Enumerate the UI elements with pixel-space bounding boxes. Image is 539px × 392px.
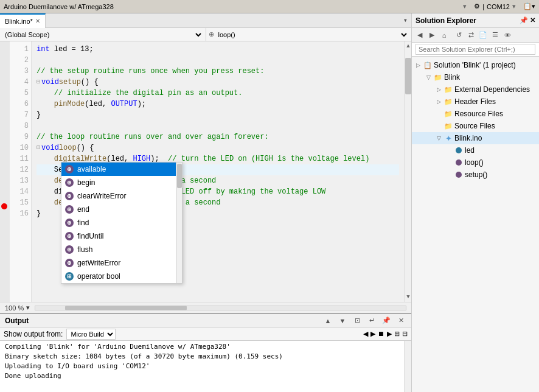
blink-ino-arrow: ▽ [435, 135, 442, 142]
se-item-header-files[interactable]: ▷ 📁 Header Files [412, 96, 539, 108]
autocomplete-item-available[interactable]: ⊕ available [61, 163, 182, 176]
title-com: COM12 [487, 3, 510, 10]
se-item-source-files[interactable]: ▷ 📁 Source Files [412, 120, 539, 132]
se-sync-btn[interactable]: ⇄ [465, 30, 476, 41]
se-item-resource-files[interactable]: ▷ 📁 Resource Files [412, 108, 539, 120]
autocomplete-label: operator bool [77, 271, 120, 282]
solution-explorer: Solution Explorer 📌 ✕ ◀ ▶ ⌂ ↺ ⇄ 📄 ☰ 👁 ▷ [411, 13, 539, 392]
se-home-btn[interactable]: ⌂ [439, 30, 450, 41]
se-pin-btn[interactable]: 📌 [520, 16, 528, 24]
se-item-external-deps[interactable]: ▷ 📁 External Dependencies [412, 83, 539, 96]
se-preview-btn[interactable]: 👁 [502, 30, 513, 41]
solution-icon: 📋 [423, 61, 432, 69]
output-wrap2-btn[interactable]: ⊟ [402, 330, 408, 338]
se-properties-btn[interactable]: ☰ [490, 30, 501, 41]
se-item-label: loop() [465, 158, 484, 167]
se-forward-btn[interactable]: ▶ [426, 30, 437, 41]
se-item-solution[interactable]: ▷ 📋 Solution 'Blink' (1 project) [412, 59, 539, 71]
scroll-up-button[interactable]: ▲ [405, 41, 411, 51]
code-line: ⊟void setup() { [37, 77, 399, 88]
autocomplete-item-flush[interactable]: ⊕ flush [61, 243, 182, 256]
output-title: Output [5, 317, 319, 325]
zoom-dropdown-btn[interactable]: ▾ [26, 304, 30, 312]
method-icon: ⊕ [65, 178, 74, 187]
blink-arrow: ▽ [425, 74, 432, 81]
function-select[interactable]: loop() [216, 30, 409, 39]
output-prev-btn[interactable]: ◀ [363, 330, 368, 338]
tab-close-button[interactable]: ✕ [35, 18, 40, 24]
output-scroll-up-btn[interactable]: ▲ [322, 315, 333, 326]
autocomplete-item-finduntil[interactable]: ⊕ findUntil [61, 229, 182, 243]
loop-circle-icon [454, 158, 463, 167]
se-item-blink-ino[interactable]: ▽ ✦ Blink.ino [412, 132, 539, 144]
solution-arrow: ▷ [414, 61, 422, 69]
se-item-blink[interactable]: ▽ 📁 Blink [412, 71, 539, 83]
autocomplete-scrollbar[interactable] [176, 163, 182, 283]
output-scroll-down-btn[interactable]: ▼ [337, 315, 348, 326]
se-item-loop[interactable]: ▷ loop() [412, 156, 539, 169]
output-panel: Output ▲ ▼ ⊡ ↵ 📌 ✕ Show output from: Mic… [0, 313, 411, 392]
se-close-btn[interactable]: ✕ [530, 16, 535, 24]
output-line: Binary sketch size: 1084 bytes (of a 307… [5, 352, 399, 362]
blink-folder-icon: 📁 [434, 73, 442, 82]
autocomplete-label: clearWriteError [77, 191, 126, 201]
global-scope-select[interactable]: (Global Scope) [2, 30, 203, 39]
output-close-btn[interactable]: ✕ [395, 315, 406, 326]
global-scope-selector[interactable]: (Global Scope) [0, 28, 206, 41]
output-grid-btn[interactable]: ⊞ [394, 330, 400, 338]
autocomplete-item-find[interactable]: ⊕ find [61, 216, 182, 229]
se-toolbar: ◀ ▶ ⌂ ↺ ⇄ 📄 ☰ 👁 [412, 28, 539, 43]
method-icon: ⊕ [65, 165, 74, 173]
se-item-label: Blink.ino [454, 134, 482, 142]
output-header: Output ▲ ▼ ⊡ ↵ 📌 ✕ [0, 314, 411, 327]
output-pin-btn[interactable]: 📌 [381, 315, 392, 326]
editor-and-output: Blink.ino* ✕ ▾ (Global Scope) ⊕ loop() [0, 13, 411, 392]
autocomplete-item-begin[interactable]: ⊕ begin [61, 176, 182, 189]
resource-files-icon: 📁 [444, 110, 453, 118]
scroll-down-button[interactable]: ▼ [405, 292, 411, 302]
output-source-select[interactable]: Micro Build [66, 329, 116, 340]
se-item-label: led [465, 146, 475, 155]
function-selector[interactable]: ⊕ loop() [206, 28, 412, 41]
output-next-btn[interactable]: ▶ [370, 330, 375, 338]
method-icon: ⊕ [65, 259, 74, 267]
se-back-btn[interactable]: ◀ [414, 30, 425, 41]
tab-dropdown-button[interactable]: ▾ [400, 16, 411, 25]
code-content[interactable]: int led = 13; // the setup routine runs … [32, 41, 404, 302]
se-item-setup[interactable]: ▷ setup() [412, 169, 539, 181]
scope-bar: (Global Scope) ⊕ loop() [0, 28, 411, 41]
code-line: ⊟void loop() { [37, 142, 399, 153]
autocomplete-item-getwriteerror[interactable]: ⊕ getWriteError [61, 256, 182, 270]
autocomplete-label: findUntil [77, 231, 103, 242]
se-item-label: Solution 'Blink' (1 project) [434, 61, 516, 69]
output-scrollbar[interactable] [404, 341, 411, 392]
output-stop-btn[interactable]: ⏹ [378, 330, 384, 338]
autocomplete-dropdown[interactable]: ⊕ available ⊕ begin ⊕ clearWriteError [61, 162, 183, 284]
autocomplete-item-clearwriteerror[interactable]: ⊕ clearWriteError [61, 189, 182, 203]
se-item-label: setup() [465, 170, 487, 179]
zoom-bar: 100 % ▾ [0, 302, 411, 313]
output-line: Done uploading [5, 371, 399, 381]
se-item-led[interactable]: ▷ led [412, 144, 539, 156]
se-tree: ▷ 📋 Solution 'Blink' (1 project) ▽ 📁 Bli… [412, 57, 539, 392]
vertical-scrollbar[interactable]: ▲ ▼ [404, 41, 411, 302]
method-icon: ⊕ [65, 192, 74, 200]
autocomplete-item-end[interactable]: ⊕ end [61, 203, 182, 216]
tab-blink[interactable]: Blink.ino* ✕ [0, 13, 46, 28]
method-icon: ⊕ [65, 205, 74, 214]
code-line: // the loop routine runs over and over a… [37, 131, 399, 142]
output-line: Uploading to I/O board using 'COM12' [5, 362, 399, 371]
prop-icon: ⊞ [65, 272, 74, 281]
output-run-btn[interactable]: ▶ [387, 330, 392, 338]
breakpoint-indicator [1, 203, 7, 209]
scrollbar-thumb [405, 58, 411, 94]
collapse-marker[interactable]: ⊟ [37, 77, 40, 88]
se-refresh-btn[interactable]: ↺ [453, 30, 464, 41]
se-new-file-btn[interactable]: 📄 [478, 30, 489, 41]
se-search-input[interactable] [416, 44, 535, 55]
autocomplete-item-operator[interactable]: ⊞ operator bool [61, 270, 182, 283]
output-clear-btn[interactable]: ⊡ [352, 315, 363, 326]
se-item-label: External Dependencies [454, 85, 530, 94]
output-wrap-btn[interactable]: ↵ [366, 315, 377, 326]
collapse-marker[interactable]: ⊟ [37, 142, 40, 153]
